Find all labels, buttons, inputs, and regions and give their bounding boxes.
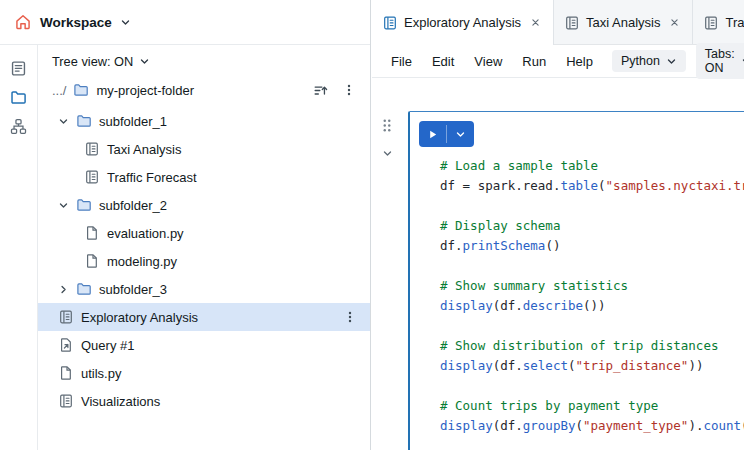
rail-recents-button[interactable] <box>5 55 33 81</box>
chevron-down-icon <box>139 56 150 67</box>
sort-icon[interactable] <box>313 83 328 98</box>
code-line: # Show summary statistics <box>440 276 744 296</box>
tree-item-subfolder-1[interactable]: subfolder_1 <box>38 107 370 135</box>
tree-item-visualizations[interactable]: Visualizations <box>38 387 370 415</box>
code-token-func: display <box>440 418 493 433</box>
code-token-func: display <box>440 298 493 313</box>
tab-taxi-analysis[interactable]: Taxi Analysis <box>554 0 693 45</box>
chevron-down-icon[interactable] <box>58 200 69 211</box>
run-options-segment[interactable] <box>447 121 474 147</box>
root-path-prefix: .../ <box>52 83 66 98</box>
tree-item-evaluation-py[interactable]: evaluation.py <box>38 219 370 247</box>
tree-item-subfolder-2[interactable]: subfolder_2 <box>38 191 370 219</box>
tabs-toggle-button[interactable]: Tabs: ON <box>696 43 744 79</box>
code-token-string: "trip_distance" <box>575 358 688 373</box>
code-token-func: printSchema <box>463 238 546 253</box>
language-label: Python <box>621 54 660 68</box>
rail-workspace-files-button[interactable] <box>5 84 33 110</box>
icon-rail <box>0 45 38 450</box>
close-icon[interactable] <box>528 15 543 30</box>
rail-workflows-button[interactable] <box>5 113 33 139</box>
tree-item-exploratory-analysis[interactable]: Exploratory Analysis <box>38 303 370 331</box>
tree-item-utils-py[interactable]: utils.py <box>38 359 370 387</box>
code-token-func: table <box>560 178 598 193</box>
notebook-icon <box>703 15 719 31</box>
menu-items: FileEditViewRunHelp <box>382 51 602 72</box>
code-line: display(df.select("trip_distance")) <box>440 356 744 376</box>
code-line: # Display schema <box>440 216 744 236</box>
code-token-comment: # Load a sample table <box>440 158 598 173</box>
folder-outline-icon <box>10 89 27 106</box>
code-token-plain: df. <box>440 238 463 253</box>
code-token-plain: () <box>545 238 560 253</box>
tree-item-label: evaluation.py <box>107 226 184 241</box>
code-token-comment: # Show summary statistics <box>440 278 628 293</box>
code-token-plain: ). <box>688 418 703 433</box>
tabs-toggle-label: Tabs: ON <box>705 47 735 75</box>
code-token-string: "samples.nyctaxi.trips" <box>606 178 744 193</box>
tree-view-toggle[interactable]: Tree view: ON <box>50 51 152 72</box>
folder-icon <box>76 113 92 129</box>
language-selector-button[interactable]: Python <box>612 50 686 72</box>
code-line: # Show distribution of trip distances <box>440 336 744 356</box>
kebab-menu-icon[interactable] <box>342 83 356 97</box>
code-token-plain: ( <box>598 178 606 193</box>
collapse-cell-icon[interactable] <box>382 148 393 159</box>
close-icon[interactable] <box>667 15 682 30</box>
menu-bar: FileEditViewRunHelp Python Tabs: ON <box>372 45 744 78</box>
code-token-func: display <box>440 358 493 373</box>
chevron-down-icon[interactable] <box>58 116 69 127</box>
tab-bar: Exploratory AnalysisTaxi AnalysisTraffic… <box>372 0 744 45</box>
chevron-down-icon[interactable] <box>120 17 131 28</box>
tree-item-label: subfolder_1 <box>99 114 167 129</box>
notebook-icon <box>84 169 100 185</box>
file-icon <box>84 253 100 269</box>
tree-item-modeling-py[interactable]: modeling.py <box>38 247 370 275</box>
chevron-right-icon[interactable] <box>58 284 69 295</box>
notebook-canvas: # Load a sample tabledf = spark.read.tab… <box>372 78 744 450</box>
home-icon[interactable] <box>14 13 32 31</box>
code-token-plain: ( <box>575 418 583 433</box>
run-cell-button[interactable] <box>419 121 474 147</box>
left-panel: Workspace Tree view: ON .../ my-project-… <box>0 0 371 450</box>
code-token-string: "payment_type" <box>583 418 688 433</box>
tab-label: Traffic Forecast <box>725 15 744 30</box>
notebook-cell[interactable]: # Load a sample tabledf = spark.read.tab… <box>408 111 744 450</box>
code-line: df.printSchema() <box>440 236 744 256</box>
tree-item-subfolder-3[interactable]: subfolder_3 <box>38 275 370 303</box>
menu-edit[interactable]: Edit <box>423 51 463 72</box>
root-folder-row[interactable]: .../ my-project-folder <box>38 75 370 105</box>
menu-help[interactable]: Help <box>557 51 602 72</box>
menu-file[interactable]: File <box>382 51 421 72</box>
menu-run[interactable]: Run <box>513 51 555 72</box>
tab-traffic-forecast[interactable]: Traffic Forecast <box>693 0 744 45</box>
drag-handle-icon[interactable] <box>381 118 393 133</box>
code-line <box>440 256 744 276</box>
menu-view[interactable]: View <box>465 51 511 72</box>
chevron-down-icon <box>666 56 677 67</box>
run-play-segment[interactable] <box>419 121 446 147</box>
editor-panel: Exploratory AnalysisTaxi AnalysisTraffic… <box>372 0 744 450</box>
workspace-header: Workspace <box>0 0 370 45</box>
notebook-icon <box>382 15 398 31</box>
tree-item-query-1[interactable]: Query #1 <box>38 331 370 359</box>
root-actions <box>313 83 356 98</box>
code-token-comment: # Display schema <box>440 218 560 233</box>
root-folder-name: my-project-folder <box>96 83 194 98</box>
code-token-func: select <box>523 358 568 373</box>
tree-item-taxi-analysis[interactable]: Taxi Analysis <box>38 135 370 163</box>
tree-item-label: Taxi Analysis <box>107 142 181 157</box>
play-icon <box>427 129 438 140</box>
tree-item-traffic-forecast[interactable]: Traffic Forecast <box>38 163 370 191</box>
code-line: df = spark.read.table("samples.nyctaxi.t… <box>440 176 744 196</box>
code-line: # Load a sample table <box>440 156 744 176</box>
folder-icon <box>73 82 89 98</box>
code-token-plain: (df. <box>493 418 523 433</box>
notes-panel-icon <box>10 60 27 77</box>
code-token-plain: (df. <box>493 298 523 313</box>
code-token-plain: df = spark.read. <box>440 178 560 193</box>
workspace-title: Workspace <box>40 15 112 30</box>
tab-exploratory-analysis[interactable]: Exploratory Analysis <box>372 0 554 45</box>
kebab-menu-icon[interactable] <box>343 310 357 324</box>
code-editor[interactable]: # Load a sample tabledf = spark.read.tab… <box>440 156 744 436</box>
